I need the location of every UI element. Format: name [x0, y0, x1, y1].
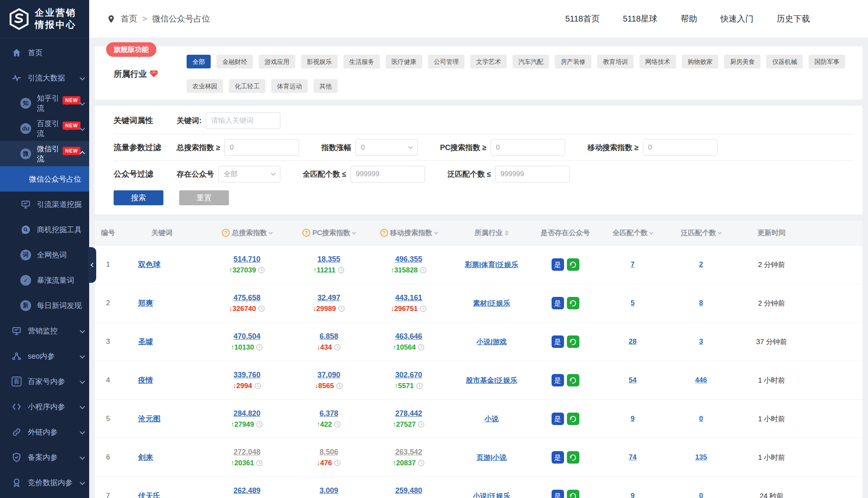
industry-link[interactable]: 彩票|体育|泛娱乐	[465, 260, 518, 270]
industry-tag-7[interactable]: 文学艺术	[470, 55, 507, 68]
sidebar-item-surging-traffic-words[interactable]: ✓暴涨流量词	[0, 267, 89, 293]
industry-tag-4[interactable]: 生活服务	[343, 55, 380, 68]
column-header-9[interactable]: 更新时间	[735, 228, 808, 238]
column-header-1[interactable]: 关键词	[122, 228, 202, 238]
keyword-link[interactable]: 圣墟	[138, 337, 153, 347]
sidebar-item-backlink-insider[interactable]: 外链内参	[0, 419, 89, 445]
sidebar-item-home[interactable]: 首页	[0, 40, 89, 65]
full-match-count-link[interactable]: 9	[631, 492, 635, 498]
full-match-count-link[interactable]: 9	[631, 415, 635, 423]
column-header-6[interactable]: 是否存在公众号	[532, 228, 598, 238]
refresh-button[interactable]	[567, 490, 579, 498]
mobile-search-index-link[interactable]: 263,542	[395, 448, 422, 457]
full-match-count-link[interactable]: 74	[629, 453, 637, 462]
column-header-0[interactable]: 编号	[95, 228, 122, 238]
industry-link[interactable]: 小说|泛娱乐	[473, 491, 511, 498]
industry-tag-0[interactable]: 全部	[187, 55, 211, 68]
index-growth-select[interactable]: 0	[355, 139, 418, 156]
full-match-count-link[interactable]: 7	[631, 260, 635, 269]
industry-tag-12[interactable]: 购物败家	[682, 55, 718, 68]
fuzzy-match-count-link[interactable]: 0	[699, 492, 703, 498]
column-header-5[interactable]: 所属行业	[451, 228, 532, 238]
industry-link[interactable]: 小说	[485, 414, 499, 424]
industry-link[interactable]: 页游|小说	[477, 453, 507, 462]
fuzzy-match-count-link[interactable]: 2	[699, 260, 703, 269]
industry-tag-11[interactable]: 网络技术	[639, 55, 676, 68]
industry-tag-17[interactable]: 化工轻工	[229, 79, 265, 93]
brand-logo[interactable]: 企业营销情报中心	[0, 0, 89, 38]
column-header-2[interactable]: ?总搜索指数	[202, 228, 292, 238]
refresh-button[interactable]	[567, 297, 579, 309]
total-search-index-link[interactable]: 262,489	[233, 486, 260, 495]
keyword-link[interactable]: 郑爽	[138, 298, 153, 308]
fuzzy-match-count-max-input[interactable]	[495, 166, 570, 182]
refresh-button[interactable]	[567, 374, 579, 386]
industry-tag-14[interactable]: 仪器机械	[766, 55, 803, 68]
sidebar-item-traffic-bigdata[interactable]: 引流大数据	[0, 65, 89, 90]
pc-search-index-min-input[interactable]	[491, 139, 565, 156]
topnav-link-history-download[interactable]: 历史下载	[777, 13, 810, 24]
industry-tag-6[interactable]: 公司管理	[428, 55, 464, 68]
mobile-search-index-link[interactable]: 443,161	[395, 294, 422, 302]
industry-tag-16[interactable]: 农业林园	[187, 79, 223, 93]
refresh-button[interactable]	[567, 335, 579, 348]
industry-tag-2[interactable]: 游戏应用	[259, 55, 295, 68]
sidebar-item-daily-new-words[interactable]: 新每日新词发现	[0, 293, 89, 318]
full-match-count-link[interactable]: 28	[629, 338, 637, 346]
column-header-4[interactable]: ?移动搜索指数	[366, 228, 451, 238]
reset-button[interactable]: 重置	[179, 190, 229, 205]
industry-link[interactable]: 股市基金|泛娱乐	[466, 376, 518, 385]
industry-tag-15[interactable]: 国防军事	[809, 55, 845, 68]
mobile-search-index-link[interactable]: 302,670	[395, 371, 422, 379]
sidebar-item-baidu-traffic[interactable]: du百度引流NEW	[0, 116, 89, 141]
pc-search-index-link[interactable]: 18,355	[317, 255, 340, 264]
sidebar-item-baijiahao-insider[interactable]: 百百家号内参	[0, 369, 89, 394]
pc-search-index-link[interactable]: 32,497	[317, 294, 340, 302]
help-icon[interactable]: ?	[222, 229, 230, 237]
pc-search-index-link[interactable]: 6,378	[319, 409, 338, 418]
industry-tag-5[interactable]: 医疗健康	[386, 55, 422, 68]
sidebar-item-miniapp-insider[interactable]: 小程序内参	[0, 394, 89, 419]
breadcrumb-home-link[interactable]: 首页	[121, 13, 137, 24]
topnav-link-5118-planet[interactable]: 5118星球	[623, 13, 657, 24]
mobile-search-index-link[interactable]: 496,355	[395, 255, 422, 264]
fuzzy-match-count-link[interactable]: 3	[699, 338, 703, 346]
mobile-search-index-link[interactable]: 463,646	[395, 332, 422, 341]
total-search-index-link[interactable]: 272,048	[233, 448, 260, 457]
mobile-search-index-min-input[interactable]	[643, 139, 717, 156]
fuzzy-match-count-link[interactable]: 135	[695, 453, 707, 462]
mobile-search-index-link[interactable]: 278,442	[395, 409, 422, 418]
fuzzy-match-count-link[interactable]: 446	[695, 376, 707, 384]
keyword-input[interactable]	[206, 112, 280, 129]
column-header-8[interactable]: 泛匹配个数	[667, 228, 735, 238]
industry-tag-19[interactable]: 其他	[314, 79, 338, 93]
industry-tag-13[interactable]: 厨房美食	[724, 55, 761, 68]
column-header-3[interactable]: ?PC搜索指数	[292, 228, 366, 238]
total-search-index-link[interactable]: 339,760	[233, 371, 260, 379]
sidebar-item-wechat-traffic[interactable]: 微微信引流NEW	[0, 141, 89, 166]
topnav-link-quick-start[interactable]: 快速入门	[720, 13, 754, 24]
industry-tag-1[interactable]: 金融财经	[216, 55, 253, 68]
fuzzy-match-count-link[interactable]: 0	[699, 415, 703, 423]
industry-tag-18[interactable]: 体育运动	[271, 79, 308, 93]
help-icon[interactable]: ?	[302, 229, 310, 237]
full-match-count-max-input[interactable]	[350, 166, 425, 182]
total-search-index-link[interactable]: 475,658	[233, 294, 260, 302]
official-account-exists-select[interactable]: 全部	[218, 166, 280, 182]
pc-search-index-link[interactable]: 6,858	[319, 332, 338, 341]
column-header-7[interactable]: 全匹配个数	[598, 228, 667, 238]
pc-search-index-link[interactable]: 37,090	[317, 371, 340, 379]
total-search-index-link[interactable]: 470,504	[233, 332, 260, 341]
total-search-index-min-input[interactable]	[224, 139, 299, 156]
sidebar-collapse-button[interactable]	[88, 247, 96, 283]
pc-search-index-link[interactable]: 3,009	[319, 486, 338, 495]
full-match-count-link[interactable]: 5	[631, 299, 635, 307]
keyword-link[interactable]: 双色球	[138, 260, 160, 270]
topnav-link-help[interactable]: 帮助	[681, 13, 697, 24]
industry-tag-3[interactable]: 影视娱乐	[301, 55, 338, 68]
industry-link[interactable]: 素材|泛娱乐	[473, 299, 511, 308]
sidebar-item-icp-insider[interactable]: 备案内参	[0, 445, 89, 470]
pc-search-index-link[interactable]: 8,506	[319, 448, 338, 457]
industry-tag-8[interactable]: 汽车汽配	[513, 55, 549, 68]
sidebar-item-bidding-insider[interactable]: 竞价数据内参	[0, 470, 89, 495]
